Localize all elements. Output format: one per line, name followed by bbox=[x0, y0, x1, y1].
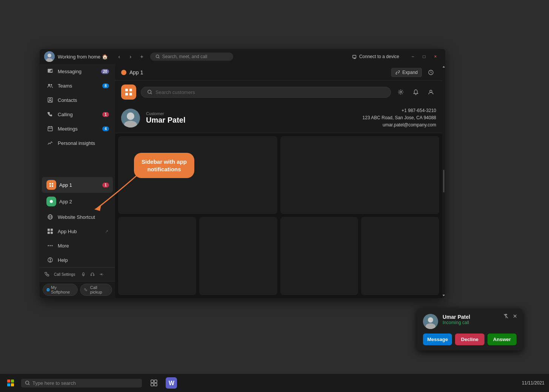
maximize-button[interactable]: □ bbox=[419, 51, 429, 62]
svg-rect-12 bbox=[48, 127, 52, 131]
forward-button[interactable]: › bbox=[125, 51, 136, 62]
grid-panel-1 bbox=[118, 136, 277, 214]
website-shortcut-label: Website Shortcut bbox=[58, 214, 95, 220]
profile-icon[interactable] bbox=[426, 87, 436, 97]
sidebar-item-app-hub[interactable]: App Hub ↗ bbox=[42, 224, 113, 238]
sidebar-item-app2[interactable]: App 2 bbox=[42, 194, 113, 209]
sidebar-item-meetings[interactable]: Meetings 4 bbox=[42, 122, 113, 135]
svg-point-28 bbox=[48, 245, 49, 246]
svg-point-9 bbox=[51, 84, 52, 86]
personal-insights-label: Personal insights bbox=[58, 140, 95, 146]
customer-phone: +1 987-654-3210 bbox=[363, 107, 436, 114]
svg-rect-26 bbox=[48, 232, 50, 234]
headset-icon[interactable] bbox=[89, 271, 96, 278]
svg-rect-58 bbox=[151, 383, 154, 386]
call-settings-icon[interactable] bbox=[43, 271, 51, 278]
sidebar-item-help[interactable]: Help bbox=[42, 253, 113, 267]
customer-details: Customer Umar Patel bbox=[146, 111, 357, 125]
app2-label: App 2 bbox=[59, 199, 72, 204]
softphone-label: My Softphone bbox=[51, 285, 74, 294]
expand-button[interactable]: Expand bbox=[391, 68, 422, 77]
contacts-label: Contacts bbox=[58, 97, 77, 103]
settings-icon[interactable] bbox=[395, 87, 406, 97]
content-grid bbox=[115, 133, 442, 298]
svg-rect-59 bbox=[154, 383, 157, 386]
minimize-button[interactable]: − bbox=[408, 51, 418, 62]
call-pickup-label: Call pickup bbox=[90, 285, 108, 294]
new-tab-button[interactable]: + bbox=[137, 51, 147, 62]
app-icon-large bbox=[121, 85, 136, 100]
more-icon bbox=[46, 242, 54, 249]
sidebar-item-personal-insights[interactable]: Personal insights bbox=[42, 136, 113, 150]
grid-panel-3 bbox=[118, 217, 196, 295]
website-shortcut-icon bbox=[46, 213, 54, 221]
call-settings-label: Call Settings bbox=[54, 272, 75, 277]
svg-rect-18 bbox=[49, 185, 51, 187]
app1-label: App 1 bbox=[59, 182, 72, 188]
taskbar-taskview[interactable] bbox=[146, 375, 161, 390]
taskbar: Type here to search W 11/11/2021 bbox=[0, 374, 549, 392]
app-hub-label: App Hub bbox=[58, 229, 77, 234]
svg-rect-41 bbox=[129, 93, 132, 95]
back-button[interactable]: ‹ bbox=[114, 51, 125, 62]
title-search[interactable]: Search, meet, and call bbox=[150, 52, 233, 61]
connect-device-button[interactable]: Connect to a device bbox=[348, 52, 403, 61]
taskbar-search-placeholder: Type here to search bbox=[32, 380, 76, 386]
svg-rect-40 bbox=[125, 93, 128, 95]
main-content: App 1 Expand bbox=[115, 64, 442, 298]
answer-button[interactable]: Answer bbox=[487, 334, 517, 345]
meetings-badge: 4 bbox=[102, 126, 109, 131]
decline-button[interactable]: Decline bbox=[455, 334, 484, 345]
svg-point-52 bbox=[428, 317, 433, 323]
svg-line-43 bbox=[151, 93, 152, 94]
sidebar-item-messaging[interactable]: Messaging 20 bbox=[42, 65, 113, 78]
calling-icon bbox=[46, 111, 54, 118]
notification-close-button[interactable]: ✕ bbox=[511, 312, 519, 320]
sidebar-item-more[interactable]: More bbox=[42, 239, 113, 252]
svg-rect-17 bbox=[52, 183, 53, 184]
sidebar-item-calling[interactable]: Calling 1 bbox=[42, 108, 113, 121]
softphone-button[interactable]: My Softphone bbox=[43, 284, 78, 296]
svg-rect-56 bbox=[151, 380, 154, 383]
call-pickup-button[interactable]: Call pickup bbox=[80, 284, 112, 296]
svg-rect-57 bbox=[154, 380, 157, 383]
scroll-thumb[interactable] bbox=[443, 170, 444, 192]
history-icon[interactable] bbox=[426, 67, 436, 78]
softphone-indicator bbox=[47, 288, 49, 291]
svg-point-45 bbox=[430, 90, 432, 92]
app-hub-icon bbox=[46, 228, 54, 235]
customer-avatar bbox=[121, 109, 140, 128]
taskbar-teams-icon[interactable]: W bbox=[163, 375, 180, 391]
transfer-icon[interactable] bbox=[98, 271, 105, 278]
close-button[interactable]: × bbox=[430, 51, 441, 62]
bottom-bar: Call Settings bbox=[40, 267, 115, 281]
taskbar-search[interactable]: Type here to search bbox=[21, 379, 142, 387]
customer-search-row: Search customers bbox=[115, 81, 442, 103]
customer-search-placeholder: Search customers bbox=[155, 89, 195, 95]
svg-point-47 bbox=[127, 112, 134, 120]
mute-button[interactable] bbox=[502, 312, 510, 320]
sidebar-item-contacts[interactable]: Contacts bbox=[42, 93, 113, 107]
help-icon bbox=[46, 256, 54, 264]
window-title: Working from home 🏠 bbox=[58, 54, 108, 60]
svg-rect-24 bbox=[48, 229, 50, 231]
sidebar-item-teams[interactable]: Teams 8 bbox=[42, 79, 113, 92]
sidebar-item-app1[interactable]: App 1 1 bbox=[42, 177, 113, 193]
notification-icon[interactable] bbox=[411, 87, 421, 97]
svg-line-55 bbox=[28, 384, 29, 385]
customer-info-bar: Customer Umar Patel +1 987-654-3210 123 … bbox=[115, 103, 442, 133]
message-button[interactable]: Message bbox=[423, 334, 452, 345]
audio-icon[interactable] bbox=[80, 271, 87, 278]
calling-badge: 1 bbox=[102, 112, 109, 117]
grid-panel-5 bbox=[280, 217, 358, 295]
teams-icon bbox=[46, 82, 54, 89]
customer-search-input[interactable]: Search customers bbox=[141, 87, 391, 98]
messaging-badge: 20 bbox=[101, 69, 109, 74]
app1-badge: 1 bbox=[102, 183, 109, 188]
svg-rect-27 bbox=[51, 232, 53, 234]
contacts-icon bbox=[46, 96, 54, 104]
sidebar-item-website-shortcut[interactable]: Website Shortcut bbox=[42, 210, 113, 224]
scroll-track[interactable] bbox=[442, 64, 445, 298]
more-label: More bbox=[58, 243, 69, 249]
start-button[interactable] bbox=[3, 375, 18, 390]
